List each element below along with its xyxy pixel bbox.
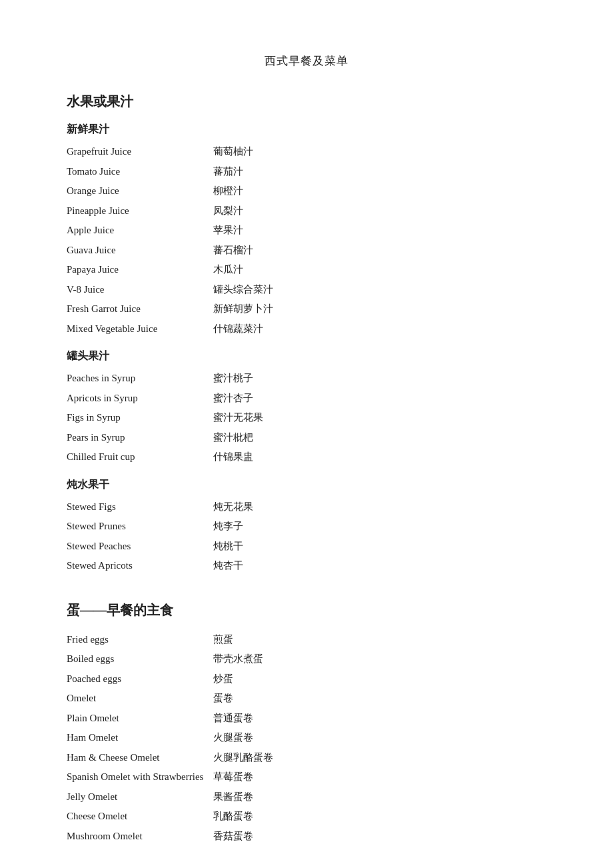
list-item: Mushroom Omelet 香菇蛋卷 [67,828,546,845]
list-item: Orange Juice 柳橙汁 [67,183,546,200]
list-item: Stewed Peaches 炖桃干 [67,538,546,555]
list-item: Cheese Omelet 乳酪蛋卷 [67,808,546,825]
subsection-canned-juices: 罐头果汁 Peaches in Syrup 蜜汁桃子 Apricots in S… [67,349,546,466]
list-item: Spanish Omelet with Strawberries 草莓蛋卷 [67,769,546,786]
section-title-eggs: 蛋——早餐的主食 [67,601,546,619]
list-item: Apricots in Syrup 蜜汁杏子 [67,390,546,407]
list-item: Guava Juice 蕃石榴汁 [67,242,546,259]
list-item: Pineapple Juice 凤梨汁 [67,203,546,220]
list-item: Ham & Cheese Omelet 火腿乳酪蛋卷 [67,749,546,767]
section-eggs: 蛋——早餐的主食 Fried eggs 煎蛋 Boiled eggs 带壳水煮蛋… [67,601,546,845]
list-item: Plain Omelet 普通蛋卷 [67,710,546,727]
section-title-fruits: 水果或果汁 [67,93,546,111]
section-fruits-juices: 水果或果汁 新鲜果汁 Grapefruit Juice 葡萄柚汁 Tomato … [67,93,546,575]
list-item: Ham Omelet 火腿蛋卷 [67,729,546,747]
list-item: Stewed Prunes 炖李子 [67,518,546,535]
list-item: V-8 Juice 罐头综合菜汁 [67,281,546,299]
list-item: Papaya Juice 木瓜汁 [67,261,546,279]
list-item: Mixed Vegetable Juice 什锦蔬菜汁 [67,321,546,338]
subsection-title-stewed-fruits: 炖水果干 [67,478,546,492]
list-item: Grapefruit Juice 葡萄柚汁 [67,143,546,161]
list-item: Jelly Omelet 果酱蛋卷 [67,789,546,806]
list-item: Stewed Apricots 炖杏干 [67,557,546,575]
list-item: Figs in Syrup 蜜汁无花果 [67,409,546,427]
list-item: Pears in Syrup 蜜汁枇杷 [67,429,546,447]
list-item: Fried eggs 煎蛋 [67,631,546,649]
list-item: Fresh Garrot Juice 新鲜胡萝卜汁 [67,301,546,318]
subsection-stewed-fruits: 炖水果干 Stewed Figs 炖无花果 Stewed Prunes 炖李子 … [67,478,546,575]
list-item: Apple Juice 苹果汁 [67,222,546,239]
page-title: 西式早餐及菜单 [67,53,546,69]
subsection-title-fresh-juices: 新鲜果汁 [67,123,546,137]
list-item: Boiled eggs 带壳水煮蛋 [67,651,546,668]
subsection-title-canned-juices: 罐头果汁 [67,349,546,363]
list-item: Tomato Juice 蕃茄汁 [67,163,546,181]
page-container: 西式早餐及菜单 水果或果汁 新鲜果汁 Grapefruit Juice 葡萄柚汁… [67,53,546,845]
list-item: Chilled Fruit cup 什锦果盅 [67,449,546,466]
subsection-fresh-juices: 新鲜果汁 Grapefruit Juice 葡萄柚汁 Tomato Juice … [67,123,546,337]
list-item: Stewed Figs 炖无花果 [67,499,546,516]
list-item: Omelet 蛋卷 [67,690,546,707]
list-item: Peaches in Syrup 蜜汁桃子 [67,370,546,387]
list-item: Poached eggs 炒蛋 [67,671,546,688]
